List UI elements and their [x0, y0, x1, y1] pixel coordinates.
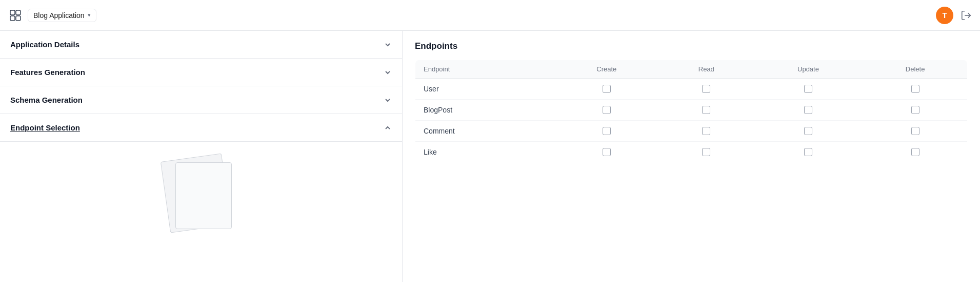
checkbox-update[interactable] — [804, 148, 812, 156]
cell-create — [554, 79, 659, 100]
cell-update — [753, 142, 863, 163]
cell-delete — [863, 79, 967, 100]
checkbox-delete[interactable] — [911, 106, 919, 114]
col-header-create: Create — [554, 60, 659, 79]
cell-read — [659, 142, 753, 163]
checkbox-update[interactable] — [804, 127, 812, 135]
section-title: Endpoint Selection — [10, 123, 80, 132]
topbar: Blog Application ▾ T — [0, 0, 980, 31]
section-title: Application Details — [10, 40, 79, 49]
chevron-down-icon: ▾ — [88, 12, 91, 18]
checkbox-delete[interactable] — [911, 85, 919, 93]
svg-rect-1 — [16, 10, 21, 15]
app-selector[interactable]: Blog Application ▾ — [28, 9, 96, 22]
section-application-details[interactable]: Application Details — [0, 31, 402, 59]
chevron-down-icon — [384, 96, 392, 104]
table-row: User — [415, 79, 968, 100]
cell-create — [554, 142, 659, 163]
cell-read — [659, 100, 753, 121]
checkbox-read[interactable] — [702, 148, 710, 156]
section-title: Features Generation — [10, 68, 85, 77]
checkbox-delete[interactable] — [911, 148, 919, 156]
grid-icon — [8, 8, 23, 23]
svg-rect-2 — [10, 16, 15, 21]
section-schema-generation[interactable]: Schema Generation — [0, 86, 402, 114]
checkbox-delete[interactable] — [911, 127, 919, 135]
checkbox-create[interactable] — [603, 106, 611, 114]
checkbox-create[interactable] — [603, 148, 611, 156]
illustration-area — [0, 142, 402, 245]
section-features-generation[interactable]: Features Generation — [0, 59, 402, 86]
checkbox-update[interactable] — [804, 106, 812, 114]
endpoints-table: Endpoint Create Read Update Delete UserB… — [415, 60, 968, 163]
logout-icon[interactable] — [961, 10, 972, 21]
checkbox-read[interactable] — [702, 85, 710, 93]
col-header-read: Read — [659, 60, 753, 79]
table-header-row: Endpoint Create Read Update Delete — [415, 60, 968, 79]
cell-delete — [863, 121, 967, 142]
main-layout: Application Details Features Generation … — [0, 31, 980, 282]
checkbox-read[interactable] — [702, 106, 710, 114]
topbar-right: T — [936, 7, 972, 24]
checkbox-update[interactable] — [804, 85, 812, 93]
cell-create — [554, 100, 659, 121]
table-row: Comment — [415, 121, 968, 142]
avatar[interactable]: T — [936, 7, 953, 24]
chevron-down-icon — [384, 68, 392, 77]
endpoint-name: Comment — [415, 121, 554, 142]
table-row: BlogPost — [415, 100, 968, 121]
doc-stack-icon — [160, 152, 242, 234]
cell-update — [753, 79, 863, 100]
checkbox-read[interactable] — [702, 127, 710, 135]
cell-create — [554, 121, 659, 142]
chevron-up-icon — [384, 124, 392, 132]
table-row: Like — [415, 142, 968, 163]
cell-read — [659, 121, 753, 142]
right-panel: Endpoints Endpoint Create Read Update De… — [403, 31, 980, 282]
col-header-delete: Delete — [863, 60, 967, 79]
col-header-endpoint: Endpoint — [415, 60, 554, 79]
topbar-left: Blog Application ▾ — [8, 8, 96, 23]
checkbox-create[interactable] — [603, 127, 611, 135]
cell-update — [753, 121, 863, 142]
checkbox-create[interactable] — [603, 85, 611, 93]
cell-delete — [863, 142, 967, 163]
svg-rect-0 — [10, 10, 15, 15]
col-header-update: Update — [753, 60, 863, 79]
cell-delete — [863, 100, 967, 121]
cell-update — [753, 100, 863, 121]
endpoint-name: User — [415, 79, 554, 100]
app-name: Blog Application — [33, 11, 85, 20]
section-endpoint-selection[interactable]: Endpoint Selection — [0, 114, 402, 142]
svg-rect-3 — [16, 16, 21, 21]
chevron-down-icon — [384, 41, 392, 49]
endpoint-name: Like — [415, 142, 554, 163]
cell-read — [659, 79, 753, 100]
left-panel: Application Details Features Generation … — [0, 31, 403, 282]
endpoints-heading: Endpoints — [415, 41, 968, 51]
endpoint-name: BlogPost — [415, 100, 554, 121]
doc-front — [175, 162, 232, 229]
section-title: Schema Generation — [10, 96, 83, 104]
